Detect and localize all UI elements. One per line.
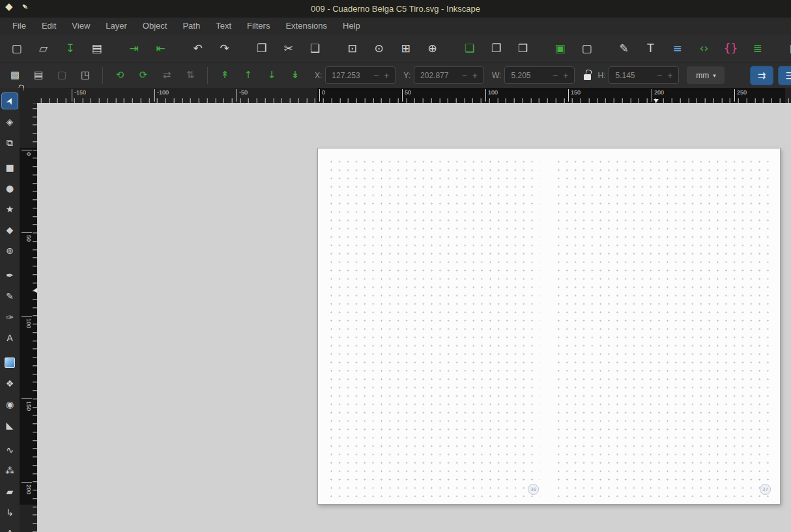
gradient-tool-button[interactable] — [1, 354, 18, 371]
node-editor-tool-button[interactable]: ◈ — [1, 113, 18, 130]
pen-tool-button[interactable]: ✒ — [1, 267, 18, 284]
fill-and-stroke-dialog-button[interactable]: ✎ — [613, 38, 635, 59]
w-plus-button[interactable]: + — [560, 70, 571, 81]
menu-extensions[interactable]: Extensions — [278, 18, 335, 35]
selection-box-toggle-button[interactable]: ◳ — [76, 66, 95, 85]
y-minus-button[interactable]: − — [459, 70, 470, 81]
select-all-button[interactable]: ▩ — [5, 66, 25, 85]
ungroup-button[interactable]: ▢ — [576, 38, 597, 59]
horizontal-ruler[interactable]: -150-100-50050100150200250 — [37, 88, 791, 103]
shape-builder-tool-button[interactable]: ⧉ — [1, 134, 18, 151]
selector-tool-icon: ➤ — [4, 96, 16, 107]
transform-stroke-toggle[interactable]: ⇶ — [778, 66, 791, 85]
paint-bucket-tool-button[interactable]: ◣ — [1, 417, 18, 434]
menu-object[interactable]: Object — [135, 18, 175, 35]
x-input[interactable]: 127.253 − + — [325, 66, 396, 84]
text-dialog-button[interactable]: T — [640, 38, 661, 59]
pencil-tool-button[interactable]: ✎ — [1, 288, 18, 305]
cut-button[interactable]: ✂ — [278, 38, 299, 59]
group-button[interactable]: ▣ — [549, 38, 571, 59]
open-document-button[interactable]: ▱ — [33, 38, 54, 59]
zoom-selection-button[interactable]: ⊡ — [341, 38, 363, 59]
spray-tool-button[interactable]: ⁂ — [1, 462, 18, 479]
menu-filters[interactable]: Filters — [239, 18, 278, 35]
canvas[interactable]: 3637 — [37, 103, 791, 532]
duplicate-button[interactable]: ❏ — [459, 38, 480, 59]
zoom-selection-icon: ⊡ — [347, 43, 356, 54]
menu-layer[interactable]: Layer — [98, 18, 135, 35]
export-button[interactable]: ⇤ — [150, 38, 171, 59]
connector-tool-button[interactable]: ↳ — [1, 504, 18, 521]
rectangle-tool-button[interactable]: ■ — [1, 159, 18, 176]
gradient-tool-icon — [5, 357, 15, 368]
import-button[interactable]: ⇥ — [123, 38, 145, 59]
page-number-stamp[interactable]: 36 — [528, 484, 539, 495]
zoom-page-button[interactable]: ⊞ — [395, 38, 416, 59]
move-objects-as-group-toggle[interactable]: ⇉ — [750, 66, 773, 85]
menu-text[interactable]: Text — [208, 18, 239, 35]
zoom-center-page-button[interactable]: ⊕ — [422, 38, 443, 59]
h-ruler-label-250: 250 — [734, 89, 747, 102]
save-document-icon: ↧ — [65, 43, 74, 54]
layers-dialog-button[interactable]: ≡ — [667, 38, 688, 59]
pen-tool-icon: ✒ — [6, 271, 14, 280]
h-minus-button[interactable]: − — [654, 70, 665, 81]
spiral-tool-button[interactable]: ⊚ — [1, 242, 18, 259]
document-properties-dialog-button[interactable]: ◰ — [784, 38, 791, 59]
x-plus-button[interactable]: + — [381, 70, 392, 81]
eraser-tool-button[interactable]: ▰ — [1, 483, 18, 500]
h-input[interactable]: 5.145 − + — [609, 66, 679, 84]
menu-file[interactable]: File — [5, 18, 34, 35]
unit-dropdown[interactable]: mm ▾ — [687, 66, 725, 84]
raise-to-top-button[interactable]: ↟ — [215, 66, 235, 85]
measure-tool-button[interactable]: Λ — [1, 525, 18, 532]
select-all-layers-button[interactable]: ▤ — [29, 66, 48, 85]
lower-button[interactable]: ↓ — [262, 66, 281, 85]
create-clone-button[interactable]: ❐ — [485, 38, 507, 59]
lock-ratio-toggle[interactable] — [584, 70, 591, 80]
text-tool-button[interactable]: A — [1, 329, 18, 346]
document-page[interactable]: 3637 — [317, 148, 781, 505]
tweak-tool-button[interactable]: ∿ — [1, 441, 18, 458]
x-minus-button[interactable]: − — [371, 70, 381, 81]
box-3d-tool-button[interactable]: ◆ — [1, 221, 18, 238]
menu-view[interactable]: View — [64, 18, 98, 35]
rotate-cw-button[interactable]: ⟳ — [134, 66, 153, 85]
menu-help[interactable]: Help — [335, 18, 368, 35]
calligraphy-tool-button[interactable]: ✑ — [1, 309, 18, 326]
undo-button[interactable]: ↶ — [187, 38, 209, 59]
ellipse-tool-button[interactable]: ● — [1, 180, 18, 197]
star-tool-button[interactable]: ★ — [1, 201, 18, 217]
object-properties-dialog-button[interactable]: {} — [720, 38, 741, 59]
calligraphy-tool-icon: ✑ — [6, 313, 14, 322]
print-button[interactable]: ▤ — [86, 38, 108, 59]
flip-vertical-button[interactable]: ⇅ — [180, 66, 200, 85]
w-input[interactable]: 5.205 − + — [504, 66, 575, 84]
rotate-ccw-button[interactable]: ⟲ — [110, 66, 130, 85]
zoom-drawing-button[interactable]: ⊙ — [368, 38, 390, 59]
page-number-stamp[interactable]: 37 — [760, 484, 771, 495]
deselect-button[interactable]: ▢ — [52, 66, 72, 85]
y-input[interactable]: 202.877 − + — [414, 66, 484, 84]
unlink-clone-button[interactable]: ❒ — [512, 38, 534, 59]
h-plus-button[interactable]: + — [665, 70, 675, 81]
w-minus-button[interactable]: − — [550, 70, 560, 81]
menu-path[interactable]: Path — [175, 18, 208, 35]
dropper-tool-button[interactable]: ◉ — [1, 396, 18, 413]
rotate-ccw-icon: ⟲ — [116, 70, 124, 80]
paste-button[interactable]: ❑ — [304, 38, 326, 59]
flip-horizontal-button[interactable]: ⇄ — [157, 66, 177, 85]
redo-button[interactable]: ↷ — [214, 38, 235, 59]
new-document-button[interactable]: ▢ — [6, 38, 27, 59]
vertical-ruler[interactable]: 050100150200 — [20, 103, 37, 532]
align-distribute-dialog-button[interactable]: ≣ — [747, 38, 768, 59]
raise-button[interactable]: ↑ — [238, 66, 258, 85]
y-plus-button[interactable]: + — [470, 70, 480, 81]
lower-to-bottom-button[interactable]: ↡ — [285, 66, 305, 85]
save-document-button[interactable]: ↧ — [59, 38, 81, 59]
mesh-gradient-tool-button[interactable]: ❖ — [1, 375, 18, 392]
selector-tool-button[interactable]: ➤ — [1, 92, 18, 109]
xml-editor-dialog-button[interactable]: ‹› — [693, 38, 715, 59]
copy-button[interactable]: ❐ — [251, 38, 272, 59]
menu-edit[interactable]: Edit — [34, 18, 64, 35]
